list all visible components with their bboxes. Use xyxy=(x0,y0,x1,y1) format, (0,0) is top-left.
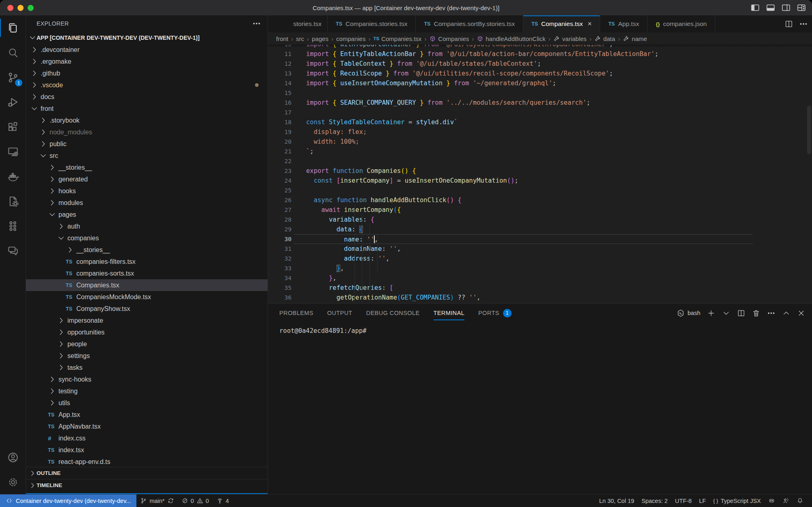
tree-item[interactable]: TSindex.tsx xyxy=(26,444,268,456)
tree-item[interactable]: auth xyxy=(26,220,268,232)
panel-tab-output[interactable]: OUTPUT xyxy=(327,304,352,322)
tree-item[interactable]: pages xyxy=(26,209,268,220)
layout-customize-icon[interactable] xyxy=(797,3,806,13)
editor-tab[interactable]: TSApp.tsx xyxy=(600,15,648,32)
tree-item[interactable]: hooks xyxy=(26,185,268,197)
tree-item[interactable]: __stories__ xyxy=(26,162,268,173)
activity-task-file-button[interactable] xyxy=(0,189,26,214)
code-editor[interactable]: 10import { WithTopBarContainer } from '@… xyxy=(268,45,812,303)
tree-item[interactable]: TSCompaniesMockMode.tsx xyxy=(26,291,268,303)
tree-item[interactable]: impersonate xyxy=(26,315,268,326)
tree-item[interactable]: TSAppNavbar.tsx xyxy=(26,421,268,432)
tree-item[interactable]: TSCompanies.tsx xyxy=(26,279,268,291)
status-bell-icon[interactable] xyxy=(793,494,807,507)
timeline-section-header[interactable]: TIMELINE xyxy=(26,479,268,491)
activity-explorer-button[interactable] xyxy=(0,15,26,40)
breadcrumb-item[interactable]: companies xyxy=(336,35,366,42)
activity-remote-explorer-button[interactable] xyxy=(0,139,26,164)
plus-icon[interactable] xyxy=(707,309,715,317)
close-window-button[interactable] xyxy=(7,5,13,11)
panel-tab-debug-console[interactable]: DEBUG CONSOLE xyxy=(366,304,420,322)
editor-tab[interactable]: TSCompanies.sortBy.stories.tsx xyxy=(416,15,523,32)
status-cursor-position[interactable]: Ln 30, Col 19 xyxy=(596,494,638,507)
tree-item[interactable]: .ergomake xyxy=(26,56,268,67)
workspace-section-header[interactable]: APP [CONTAINER DEV-TWENTY-DEV (DEV-TWENT… xyxy=(26,32,268,44)
tree-item[interactable]: people xyxy=(26,338,268,350)
panel-tab-terminal[interactable]: TERMINAL xyxy=(434,304,465,322)
tree-item[interactable]: front xyxy=(26,103,268,114)
layout-sidebar-left-icon[interactable] xyxy=(750,3,760,13)
tree-item[interactable]: docs xyxy=(26,91,268,103)
activity-comments-button[interactable] xyxy=(0,238,26,263)
tree-item[interactable]: TSreact-app-env.d.ts xyxy=(26,456,268,468)
activity-dots-grid-button[interactable] xyxy=(0,214,26,238)
terminal-output[interactable]: root@0a42ecd84891:/app# xyxy=(268,322,812,334)
tree-item[interactable]: .github xyxy=(26,67,268,79)
layout-sidebar-right-icon[interactable] xyxy=(781,3,791,13)
more-icon[interactable] xyxy=(767,309,775,317)
tree-item[interactable]: TScompanies-filters.tsx xyxy=(26,256,268,268)
breadcrumb-item[interactable]: front xyxy=(276,35,288,42)
status-encoding[interactable]: UTF-8 xyxy=(672,494,695,507)
breadcrumb-item[interactable]: name xyxy=(623,35,647,42)
outline-section-header[interactable]: OUTLINE xyxy=(26,467,268,479)
tree-item[interactable]: #index.css xyxy=(26,432,268,444)
status-indentation[interactable]: Spaces: 2 xyxy=(638,494,672,507)
activity-accounts-button[interactable] xyxy=(0,445,26,470)
breadcrumb-item[interactable]: src xyxy=(296,35,304,42)
activity-search-button[interactable] xyxy=(0,40,26,65)
close-tab-icon[interactable]: × xyxy=(588,20,592,28)
minimize-window-button[interactable] xyxy=(17,5,24,11)
status-eol[interactable]: LF xyxy=(695,494,710,507)
tree-item[interactable]: opportunities xyxy=(26,326,268,338)
tree-item[interactable]: companies xyxy=(26,232,268,244)
tree-item[interactable]: __stories__ xyxy=(26,244,268,256)
breadcrumb-item[interactable]: TSCompanies.tsx xyxy=(373,35,421,42)
breadcrumb-item[interactable]: variables xyxy=(553,35,587,42)
breadcrumb-item[interactable]: data xyxy=(594,35,615,42)
tree-item[interactable]: TScompanies-sorts.tsx xyxy=(26,268,268,279)
more-icon[interactable] xyxy=(799,19,808,28)
trash-icon[interactable] xyxy=(752,309,760,317)
editor-tab[interactable]: TSCompanies.tsx× xyxy=(523,15,600,32)
editor-tab[interactable]: {}companies.json xyxy=(648,15,715,32)
breadcrumb-item[interactable]: Companies xyxy=(429,35,469,42)
split-panel-icon[interactable] xyxy=(737,309,745,317)
tree-item[interactable]: settings xyxy=(26,350,268,362)
activity-source-control-button[interactable]: 1 xyxy=(0,65,26,90)
tree-item[interactable]: .devcontainer xyxy=(26,44,268,56)
editor-tab[interactable]: stories.tsx xyxy=(268,15,328,32)
panel-tab-ports[interactable]: PORTS1 xyxy=(478,304,512,322)
minimap[interactable] xyxy=(754,45,806,303)
chevron-up-icon[interactable] xyxy=(782,309,790,317)
activity-run-and-debug-button[interactable] xyxy=(0,90,26,114)
editor-tab[interactable]: TSCompanies.stories.tsx xyxy=(328,15,416,32)
panel-tab-problems[interactable]: PROBLEMS xyxy=(279,304,313,322)
close-icon[interactable] xyxy=(797,309,806,317)
tree-item[interactable]: tasks xyxy=(26,362,268,373)
tree-item[interactable]: .vscode xyxy=(26,79,268,91)
breadcrumb-item[interactable]: pages xyxy=(312,35,328,42)
tree-item[interactable]: node_modules xyxy=(26,126,268,138)
tree-item[interactable]: testing xyxy=(26,385,268,397)
explorer-more-actions-icon[interactable] xyxy=(252,19,261,28)
activity-settings-button[interactable] xyxy=(0,470,26,494)
chevron-down-icon[interactable] xyxy=(722,309,730,317)
status-language-mode[interactable]: { }TypeScript JSX xyxy=(710,494,764,507)
activity-extensions-button[interactable] xyxy=(0,114,26,139)
zoom-window-button[interactable] xyxy=(28,5,34,11)
git-branch-item[interactable]: main* xyxy=(136,494,177,507)
activity-docker-button[interactable] xyxy=(0,164,26,189)
tree-item[interactable]: TSApp.tsx xyxy=(26,409,268,421)
tree-item[interactable]: utils xyxy=(26,397,268,409)
status-feedback-icon[interactable] xyxy=(779,494,793,507)
tree-item[interactable]: .storybook xyxy=(26,114,268,126)
tree-item[interactable]: src xyxy=(26,150,268,162)
tree-item[interactable]: TSCompanyShow.tsx xyxy=(26,303,268,315)
shell-selector[interactable]: bash xyxy=(676,309,700,317)
status-copilot-icon[interactable] xyxy=(764,494,779,507)
tree-item[interactable]: public xyxy=(26,138,268,150)
tree-item[interactable]: sync-hooks xyxy=(26,373,268,385)
tree-item[interactable]: modules xyxy=(26,197,268,209)
problems-item[interactable]: 0 0 xyxy=(178,494,213,507)
